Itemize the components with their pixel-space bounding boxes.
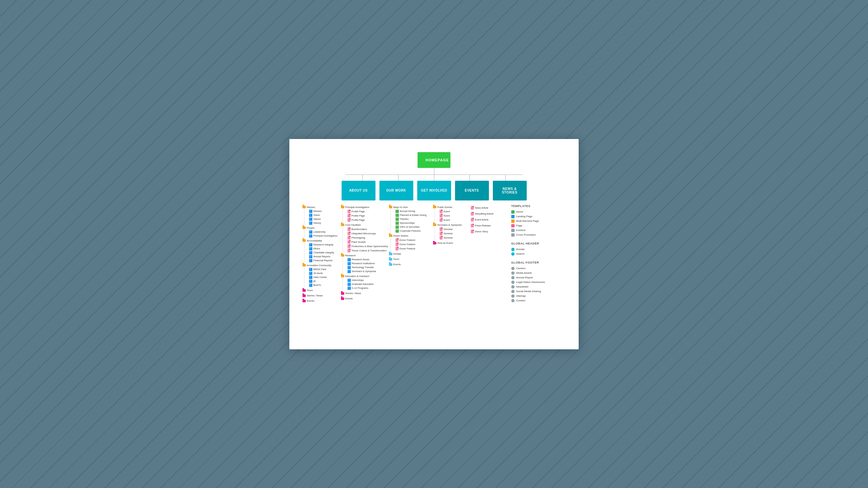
- nav-ourwork[interactable]: OUR WORK: [379, 181, 413, 200]
- section-donor-stories: Donor Stories Donor Feature Donor Featur…: [389, 234, 430, 251]
- gf-sitemap-label: Sitemap: [516, 294, 526, 297]
- gf-social-icon: [511, 290, 515, 293]
- col-ourwork: Principal Investigators Profile Page Pro…: [341, 204, 386, 303]
- section-donate: Donate: [389, 252, 430, 256]
- tpl-multi-icon: [511, 220, 515, 223]
- ways-give-children: Annual Giving Planned & Estate Giving Tr…: [391, 209, 430, 233]
- tpl-home-icon: [511, 210, 515, 214]
- tpl-landing-label: Landing Page: [516, 215, 532, 218]
- check-icon: [396, 225, 399, 229]
- check-icon: [309, 218, 312, 221]
- tpl-home-item: Home: [511, 210, 565, 214]
- folder-core-icon: [341, 224, 344, 226]
- check-icon: [309, 210, 312, 213]
- research-children: Research Areas Research Institutions Tec…: [343, 258, 386, 273]
- branch-news: [505, 175, 506, 181]
- section-people: People Leadership Principal Investigator…: [303, 226, 338, 238]
- nav-events[interactable]: EVENTS: [455, 181, 489, 200]
- gf-legal: Legal Notice Disclosures: [511, 280, 565, 285]
- tpl-cross-icon: [511, 233, 515, 237]
- item-story-blog: Story/Blog Article: [471, 212, 506, 216]
- item-planned-estate: Planned & Estate Giving: [396, 213, 430, 217]
- item-corporate-partners: Corporate Partners: [396, 229, 430, 233]
- education-children: Internships Graduate Education K-12 Prog…: [343, 278, 386, 290]
- global-footer-title: GLOBAL FOOTER: [511, 261, 565, 264]
- page-icon: [347, 236, 350, 239]
- folder-ways-icon: [389, 206, 392, 208]
- section-about-events: Events: [303, 299, 338, 303]
- item-event-article: Event Article: [471, 218, 506, 222]
- public-events-header: Public Events: [433, 206, 468, 209]
- check-icon: [309, 276, 312, 279]
- page-icon: [396, 242, 399, 246]
- branch-ourwork: [398, 175, 399, 181]
- tpl-multi-label: Multi Element Page: [516, 220, 539, 223]
- item-leadership: Leadership: [309, 230, 338, 234]
- item-profile1: Profile Page: [347, 209, 386, 214]
- nav-news[interactable]: NEWS & STORIES: [493, 181, 527, 200]
- page-icon: [347, 240, 350, 244]
- folder-tours-icon: [303, 289, 306, 292]
- item-jill: jill: [309, 279, 338, 283]
- check-icon: [309, 230, 312, 234]
- col-events: Public Events Event Event Event Seminars…: [433, 204, 468, 303]
- nav-about[interactable]: ABOUT US: [342, 181, 375, 200]
- item-donor-story: Donor Story: [471, 229, 506, 234]
- nav-boxes: ABOUT US OUR WORK GET INVOLVED EVENTS NE…: [342, 181, 527, 200]
- gh-donate-icon: [511, 248, 515, 251]
- section-ways-give: Ways to Give Annual Giving Planned & Est…: [389, 206, 430, 233]
- page-icon: [471, 206, 474, 210]
- col-getinvolved: Ways to Give Annual Giving Planned & Est…: [389, 204, 430, 303]
- nav-getinvolved[interactable]: GET INVOLVED: [417, 181, 451, 200]
- folder-ourwork-events-icon: [341, 297, 344, 300]
- global-header-title: GLOBAL HEADER: [511, 242, 565, 245]
- check-icon: [347, 279, 351, 282]
- section-host-event: Host an Event: [433, 241, 468, 245]
- folder-events-icon: [303, 300, 306, 302]
- accountability-header: Accountability: [303, 239, 338, 242]
- gf-contact-label: Contact: [516, 299, 525, 302]
- homepage-box[interactable]: HOMEPAGE: [417, 152, 451, 168]
- check-icon: [309, 255, 312, 258]
- item-proteomics: Proteomics & Mass Spectrometry: [347, 244, 386, 249]
- folder-education-icon: [341, 275, 344, 278]
- page-icon: [440, 227, 442, 231]
- item-seminar3: Seminar: [440, 236, 468, 240]
- item-research-integrity: Research Integrity: [309, 243, 338, 247]
- gf-social-label: Social Media Sharing: [516, 290, 541, 293]
- innovation-children: BRDG Park 39 North Helix Center jill Bio…: [304, 267, 338, 287]
- main-card: HOMEPAGE ABOUT US OUR WORK GET INVOLVED …: [289, 139, 579, 349]
- branch-downs: [345, 175, 523, 181]
- seminars-header: Seminars & Symposia: [433, 224, 468, 226]
- section-about-stories: Stories / News: [303, 294, 338, 298]
- pi-header: Principal Investigators: [341, 206, 386, 209]
- gf-careers-label: Careers: [516, 267, 525, 270]
- check-icon: [309, 272, 312, 275]
- gf-annual: Annual Report: [511, 275, 565, 280]
- item-history: History: [309, 221, 338, 225]
- section-news-article: News Article: [471, 206, 506, 210]
- item-brdg: BRDG Park: [309, 267, 338, 271]
- check-icon: [309, 243, 312, 247]
- item-seminars: Seminars & Symposia: [347, 269, 386, 273]
- section-donor-story: Donor Story: [471, 229, 506, 234]
- item-event1: Event: [440, 209, 468, 214]
- section-innovation: Innovation Community BRDG Park 39 North …: [303, 264, 338, 287]
- folder-people-icon: [303, 226, 306, 229]
- section-ourwork-events: Events: [341, 297, 386, 301]
- gf-media-label: Media Assets: [516, 271, 532, 274]
- item-tissue: Tissue Culture & Transformation: [347, 249, 386, 253]
- seminars-children: Seminar Seminar Seminar: [435, 227, 468, 240]
- page-icon: [396, 247, 399, 251]
- item-39north: 39 North: [309, 271, 338, 275]
- branch-events: [469, 175, 470, 181]
- public-events-children: Event Event Event: [435, 209, 468, 222]
- donor-stories-header: Donor Stories: [389, 234, 430, 237]
- section-story-blog: Story/Blog Article: [471, 212, 506, 216]
- check-icon: [396, 222, 399, 225]
- item-values: Values: [309, 217, 338, 221]
- gf-newsletter: Newsletter: [511, 285, 565, 289]
- item-donor-feature1: Donor Feature: [396, 238, 430, 242]
- item-mission: Mission: [309, 209, 338, 213]
- people-header: People: [303, 226, 338, 229]
